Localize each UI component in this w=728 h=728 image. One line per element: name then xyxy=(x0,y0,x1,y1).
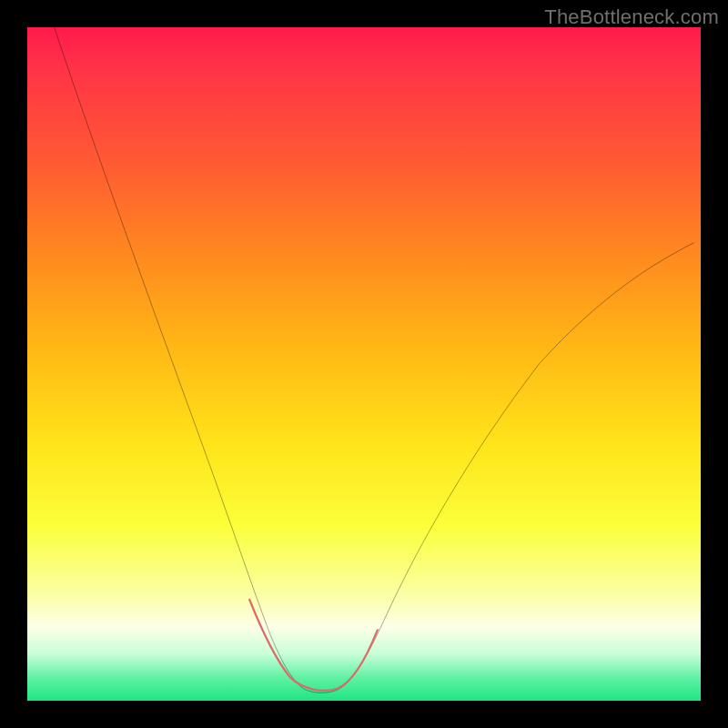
optimal-zone-highlight xyxy=(249,600,378,691)
plot-area xyxy=(27,27,701,701)
watermark-text: TheBottleneck.com xyxy=(544,5,719,29)
bottleneck-curve xyxy=(55,27,694,693)
bottleneck-curve-svg xyxy=(27,27,701,701)
chart-frame: TheBottleneck.com xyxy=(0,0,728,728)
